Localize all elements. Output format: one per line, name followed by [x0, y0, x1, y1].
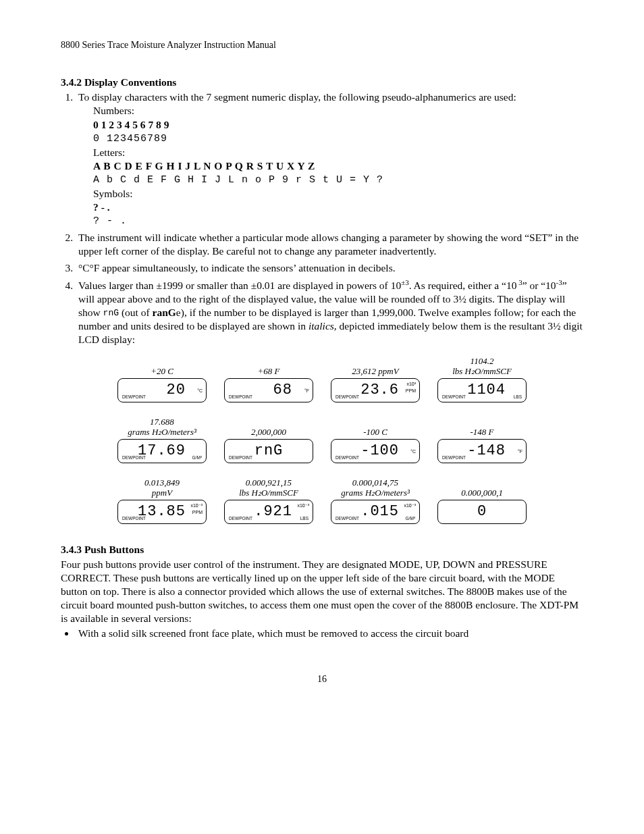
- lcd-example-cell: 0.013,849ppmV13.85x10⁻³PPMDEWPOINT: [115, 478, 209, 524]
- lcd-unit: °C: [197, 388, 203, 393]
- lcd-exponent: x10⁻³: [297, 503, 309, 508]
- i4e: (out of: [119, 307, 153, 318]
- lcd-example-cell: +68 F68°FDEWPOINT: [221, 357, 316, 402]
- lcd-unit: PPM: [192, 510, 203, 515]
- lcd-caption: 1104.2lbs H₂O/mmSCF: [452, 357, 512, 377]
- lcd-value: 20: [167, 381, 186, 400]
- page-number: 16: [61, 673, 583, 685]
- lcd-panel: .921x10⁻³DEWPOINTLBS: [224, 500, 313, 524]
- lcd-examples-grid: +20 C20°CDEWPOINT+68 F68°FDEWPOINT23,612…: [61, 357, 583, 524]
- sup-minus3: -3: [556, 278, 562, 286]
- list-item-3: °C°F appear simultaneously, to indicate …: [76, 261, 583, 275]
- letters-seg: A b C d E F G H I J L n o P 9 r S t U = …: [93, 173, 583, 187]
- letters-label: Letters:: [93, 146, 583, 159]
- italics-word: italics,: [308, 320, 337, 332]
- section-3-4-3-heading: 3.4.3 Push Buttons: [61, 543, 583, 556]
- lcd-caption: 0.000,014,75grams H₂O/meters³: [341, 478, 410, 498]
- symbols-bold: ? - .: [93, 201, 583, 214]
- lcd-dewpoint-label: DEWPOINT: [442, 394, 466, 400]
- list-item-1: To display characters with the 7 segment…: [76, 90, 583, 228]
- lcd-right-label: LBS: [514, 394, 522, 400]
- lcd-dewpoint-label: DEWPOINT: [229, 455, 252, 461]
- lcd-panel: rnGDEWPOINT: [224, 439, 313, 463]
- letters-bold: A B C D E F G H I J L N O P Q R S T U X …: [93, 159, 583, 173]
- lcd-example-cell: 17.688grams H₂O/meters³17.69DEWPOINTG/M³: [115, 417, 209, 463]
- lcd-example-cell: 0.000,921,15lbs H₂O/mmSCF.921x10⁻³DEWPOI…: [221, 478, 316, 524]
- lcd-dewpoint-label: DEWPOINT: [336, 394, 359, 400]
- item1-lead: To display characters with the 7 segment…: [78, 91, 516, 103]
- lcd-example-cell: 2,000,000rnGDEWPOINT: [221, 417, 316, 463]
- lcd-dewpoint-label: DEWPOINT: [122, 455, 146, 461]
- lcd-example-cell: 1104.2lbs H₂O/mmSCF1104DEWPOINTLBS: [435, 357, 529, 402]
- lcd-dewpoint-label: DEWPOINT: [122, 516, 146, 521]
- lcd-value: .921: [254, 502, 292, 522]
- lcd-dewpoint-label: DEWPOINT: [229, 394, 252, 400]
- i4b: . As required, either a “10: [409, 280, 517, 291]
- lcd-panel: -148°FDEWPOINT: [437, 439, 527, 463]
- lcd-dewpoint-label: DEWPOINT: [122, 394, 146, 400]
- lcd-value: -100: [360, 442, 399, 461]
- lcd-unit: °F: [304, 388, 309, 393]
- lcd-value: 0: [438, 502, 526, 522]
- bullet-1: With a solid silk screened front face pl…: [76, 627, 583, 640]
- lcd-panel: -100°CDEWPOINT: [331, 439, 420, 463]
- symbols-seg: ? - .: [93, 214, 583, 228]
- section-3-4-2-heading: 3.4.2 Display Conventions: [61, 76, 583, 89]
- numbers-seg: 0 123456789: [93, 132, 583, 146]
- lcd-unit: PPM: [406, 388, 416, 393]
- lcd-caption: 0.000,000,1: [461, 478, 503, 498]
- lcd-panel: 1104DEWPOINTLBS: [437, 378, 527, 402]
- running-header: 8800 Series Trace Moisture Analyzer Inst…: [61, 39, 583, 51]
- i4a: Values larger than ±1999 or smaller than…: [78, 280, 401, 291]
- list-item-2: The instrument will indicate whether a p…: [76, 231, 583, 258]
- lcd-panel: .015x10⁻³DEWPOINTG/M³: [331, 500, 420, 524]
- i4c: ” or “10: [522, 280, 556, 291]
- pm3-sup: ±3: [401, 278, 409, 286]
- lcd-caption: 23,612 ppmV: [352, 357, 398, 377]
- rng-seg-inline: rnG: [103, 308, 119, 318]
- lcd-value: .015: [360, 502, 399, 522]
- lcd-caption: 0.013,849ppmV: [144, 478, 180, 498]
- lcd-panel: 23.6x10³PPMDEWPOINT: [331, 378, 420, 402]
- sup-plus3: 3: [516, 278, 522, 286]
- lcd-dewpoint-label: DEWPOINT: [336, 455, 359, 461]
- lcd-caption: -148 F: [470, 417, 493, 438]
- lcd-panel: 20°CDEWPOINT: [117, 378, 207, 402]
- lcd-dewpoint-label: DEWPOINT: [442, 455, 466, 461]
- lcd-example-cell: -148 F-148°FDEWPOINT: [435, 417, 529, 463]
- lcd-value: 23.6: [360, 381, 399, 400]
- lcd-panel: 0: [437, 500, 527, 524]
- section-3-4-3-para: Four push buttons provide user control o…: [61, 558, 583, 626]
- lcd-dewpoint-label: DEWPOINT: [229, 516, 252, 521]
- version-bullets: With a solid silk screened front face pl…: [61, 627, 583, 640]
- lcd-exponent: x10³: [406, 382, 416, 386]
- conventions-block: Numbers: 0 1 2 3 4 5 6 7 8 9 0 123456789…: [93, 104, 583, 228]
- lcd-caption: 17.688grams H₂O/meters³: [128, 417, 196, 438]
- lcd-unit: °F: [518, 449, 522, 454]
- lcd-example-cell: +20 C20°CDEWPOINT: [115, 357, 209, 402]
- lcd-dewpoint-label: DEWPOINT: [336, 516, 359, 521]
- lcd-exponent: x10⁻³: [404, 503, 416, 508]
- lcd-caption: -100 C: [363, 417, 387, 438]
- lcd-right-label: LBS: [300, 516, 308, 521]
- list-item-4: Values larger than ±1999 or smaller than…: [76, 278, 583, 347]
- lcd-right-label: G/M³: [192, 455, 202, 461]
- lcd-example-cell: -100 C-100°CDEWPOINT: [328, 417, 423, 463]
- lcd-example-cell: 23,612 ppmV23.6x10³PPMDEWPOINT: [328, 357, 423, 402]
- lcd-panel: 13.85x10⁻³PPMDEWPOINT: [117, 500, 207, 524]
- lcd-example-cell: 0.000,000,10: [435, 478, 529, 524]
- ranG-word: ranG: [153, 307, 176, 318]
- lcd-unit: °C: [410, 449, 416, 454]
- lcd-right-label: G/M³: [406, 516, 415, 521]
- numbers-bold: 0 1 2 3 4 5 6 7 8 9: [93, 118, 583, 132]
- lcd-caption: 2,000,000: [251, 417, 286, 438]
- lcd-caption: +68 F: [258, 357, 280, 377]
- lcd-value: 1104: [467, 381, 506, 400]
- lcd-value: -148: [467, 442, 506, 461]
- lcd-exponent: x10⁻³: [190, 503, 203, 508]
- lcd-caption: +20 C: [151, 357, 173, 377]
- lcd-value: 68: [273, 381, 292, 400]
- ordered-list-3-4-2: To display characters with the 7 segment…: [61, 90, 583, 346]
- lcd-caption: 0.000,921,15lbs H₂O/mmSCF: [239, 478, 298, 498]
- lcd-panel: 17.69DEWPOINTG/M³: [117, 439, 207, 463]
